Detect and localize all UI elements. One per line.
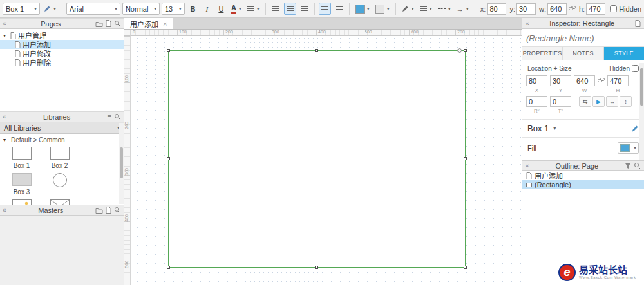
widget-name-input[interactable] <box>526 33 639 43</box>
x-input[interactable] <box>487 3 506 15</box>
tab-page[interactable]: 用户添加 × <box>124 18 173 29</box>
library-widget-image[interactable] <box>3 199 41 205</box>
align-right-button[interactable] <box>298 3 310 15</box>
outline-rectangle-item[interactable]: (Rectangle) <box>522 180 644 189</box>
x-label: x: <box>480 5 486 13</box>
collapse-panel-icon[interactable]: « <box>526 162 529 169</box>
align-left-button[interactable] <box>270 3 282 15</box>
y-field-group: y: <box>509 3 536 15</box>
w-input[interactable] <box>547 3 567 15</box>
resize-handle-e[interactable] <box>464 157 467 160</box>
collapse-panel-icon[interactable]: « <box>3 113 6 120</box>
shadow-button[interactable]: ▾ <box>374 3 392 15</box>
resize-handle-s[interactable] <box>315 266 318 269</box>
font-family-select[interactable]: Arial ▾ <box>66 3 120 15</box>
tab-properties[interactable]: PROPERTIES <box>522 47 563 60</box>
add-master-icon[interactable] <box>106 207 111 214</box>
fill-color-button[interactable]: ▾ <box>618 142 639 154</box>
align-middle-button[interactable] <box>319 3 331 15</box>
search-icon[interactable] <box>114 20 121 27</box>
search-icon[interactable] <box>114 113 121 120</box>
scrollbar-thumb[interactable] <box>640 68 643 106</box>
align-bottom-button[interactable] <box>333 3 345 15</box>
close-tab-icon[interactable]: × <box>163 20 167 28</box>
add-folder-icon[interactable] <box>95 207 103 214</box>
library-section-row[interactable]: ▾ Default > Common <box>0 134 124 144</box>
libraries-scrollbar[interactable] <box>119 123 124 204</box>
hidden-checkbox[interactable] <box>610 5 617 12</box>
flip-horizontal-button[interactable]: ⇆ <box>579 96 591 107</box>
library-widget-placeholder[interactable] <box>41 199 79 205</box>
font-weight-select[interactable]: Normal ▾ <box>122 3 160 15</box>
tab-notes[interactable]: NOTES <box>563 47 603 60</box>
library-widget-box2[interactable]: Box 2 <box>41 147 79 169</box>
collapse-panel-icon[interactable]: « <box>3 207 6 214</box>
bullet-list-button[interactable]: ▾ <box>245 3 261 15</box>
y-input[interactable] <box>516 3 536 15</box>
filter-icon[interactable] <box>625 163 631 169</box>
line-style-button[interactable]: ▾ <box>436 3 453 15</box>
canvas-tabbar: 用户添加 × <box>124 18 522 30</box>
page-tree-folder[interactable]: ▾ 用户管理 <box>0 31 124 40</box>
library-filter-select[interactable]: All Libraries ▾ <box>0 122 124 134</box>
text-color-button[interactable]: A ▾ <box>229 3 243 15</box>
y-input[interactable] <box>550 75 571 86</box>
line-color-button[interactable]: ▾ <box>400 3 416 15</box>
expander-icon[interactable]: ▾ <box>3 33 8 39</box>
tab-style[interactable]: STYLE <box>604 47 644 60</box>
resize-handle-n[interactable] <box>315 49 318 52</box>
collapse-panel-icon[interactable]: « <box>526 20 529 27</box>
page-tree-item-selected[interactable]: 用户添加 <box>0 40 124 49</box>
inspector-scrollbar[interactable] <box>639 63 644 160</box>
library-widget-box1[interactable]: Box 1 <box>3 147 41 169</box>
library-widget-ellipse[interactable] <box>41 173 79 196</box>
w-input[interactable] <box>574 75 595 86</box>
rotation-input[interactable] <box>526 96 547 107</box>
link-dimensions-button[interactable] <box>598 75 605 86</box>
line-width-button[interactable]: ▾ <box>418 3 434 15</box>
menu-icon[interactable]: ≡ <box>108 113 111 120</box>
flip-vertical-button[interactable]: ▶ <box>592 96 605 107</box>
bold-button[interactable]: B <box>187 3 199 15</box>
search-icon[interactable] <box>634 162 641 169</box>
fit-width-button[interactable]: ↔ <box>606 96 618 107</box>
hidden-checkbox[interactable] <box>632 65 639 72</box>
resize-handle-w[interactable] <box>167 157 170 160</box>
align-center-button[interactable] <box>284 3 296 15</box>
outline-page-item[interactable]: 用户添加 <box>522 171 644 180</box>
scrollbar-thumb[interactable] <box>120 147 123 178</box>
font-size-select[interactable]: 13 ▾ <box>162 3 185 15</box>
chevron-down-icon: ▾ <box>387 6 390 12</box>
arrow-style-button[interactable]: → ▾ <box>455 3 471 15</box>
widget-label: Box 1 <box>14 162 30 169</box>
h-input[interactable] <box>586 3 605 15</box>
text-rotation-input[interactable] <box>550 96 571 107</box>
fit-height-button[interactable]: ↕ <box>620 96 632 107</box>
italic-button[interactable]: I <box>201 3 213 15</box>
search-icon[interactable] <box>114 207 121 214</box>
resize-handle-nw[interactable] <box>167 49 170 52</box>
underline-button[interactable]: U <box>215 3 227 15</box>
add-page-icon[interactable] <box>106 20 111 27</box>
widget-style-select[interactable]: Box 1 ▾ <box>3 3 40 15</box>
widget-style-row[interactable]: Box 1 ▾ <box>522 119 644 138</box>
link-dimensions-icon[interactable] <box>569 6 576 12</box>
selected-rectangle-widget[interactable] <box>168 50 466 268</box>
page-tree-item[interactable]: 用户删除 <box>0 58 124 67</box>
fill-color-button[interactable]: ▾ <box>354 3 372 15</box>
h-input[interactable] <box>607 75 629 86</box>
resize-handle-ne[interactable] <box>464 49 467 52</box>
page-tree-item[interactable]: 用户修改 <box>0 49 124 58</box>
dashed-line-icon <box>438 8 446 9</box>
design-canvas[interactable] <box>131 36 522 285</box>
collapse-panel-icon[interactable]: « <box>3 20 6 27</box>
notes-doc-icon[interactable] <box>635 20 641 27</box>
x-input[interactable] <box>526 75 547 86</box>
library-widget-box3[interactable]: Box 3 <box>3 173 41 196</box>
rotate-handle[interactable] <box>457 48 462 53</box>
format-painter-button[interactable]: ▾ <box>42 3 58 15</box>
edit-style-icon[interactable] <box>631 125 639 133</box>
add-folder-icon[interactable] <box>95 21 103 27</box>
resize-handle-sw[interactable] <box>167 266 170 269</box>
resize-handle-se[interactable] <box>464 266 467 269</box>
